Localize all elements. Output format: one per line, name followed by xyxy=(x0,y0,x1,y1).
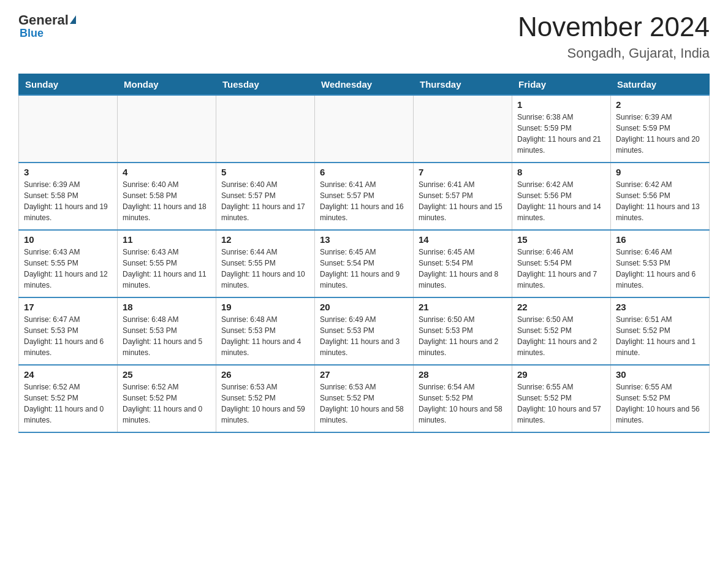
day-number: 1 xyxy=(517,99,605,110)
calendar-cell: 20Sunrise: 6:49 AM Sunset: 5:53 PM Dayli… xyxy=(315,297,414,365)
day-info: Sunrise: 6:39 AM Sunset: 5:58 PM Dayligh… xyxy=(24,179,112,223)
day-info: Sunrise: 6:50 AM Sunset: 5:52 PM Dayligh… xyxy=(517,314,605,358)
calendar-cell xyxy=(216,95,315,163)
calendar-cell: 2Sunrise: 6:39 AM Sunset: 5:59 PM Daylig… xyxy=(611,95,710,163)
calendar-cell xyxy=(118,95,216,163)
day-number: 14 xyxy=(419,234,507,245)
day-info: Sunrise: 6:40 AM Sunset: 5:57 PM Dayligh… xyxy=(221,179,309,223)
calendar-table: Sunday Monday Tuesday Wednesday Thursday… xyxy=(18,74,710,433)
day-info: Sunrise: 6:41 AM Sunset: 5:57 PM Dayligh… xyxy=(320,179,408,223)
day-number: 27 xyxy=(320,369,408,380)
day-number: 18 xyxy=(123,302,211,312)
logo: General Blue xyxy=(18,12,76,40)
day-info: Sunrise: 6:48 AM Sunset: 5:53 PM Dayligh… xyxy=(221,314,309,358)
day-number: 4 xyxy=(123,167,211,177)
day-info: Sunrise: 6:38 AM Sunset: 5:59 PM Dayligh… xyxy=(517,112,605,156)
day-info: Sunrise: 6:46 AM Sunset: 5:53 PM Dayligh… xyxy=(616,247,704,291)
day-number: 15 xyxy=(517,234,605,245)
weekday-header-row: Sunday Monday Tuesday Wednesday Thursday… xyxy=(19,74,710,96)
calendar-cell: 10Sunrise: 6:43 AM Sunset: 5:55 PM Dayli… xyxy=(19,230,118,297)
calendar-cell: 26Sunrise: 6:53 AM Sunset: 5:52 PM Dayli… xyxy=(216,365,315,432)
calendar-cell xyxy=(414,95,512,163)
calendar-week-row-3: 10Sunrise: 6:43 AM Sunset: 5:55 PM Dayli… xyxy=(19,230,710,297)
day-number: 30 xyxy=(616,369,704,380)
calendar-cell: 12Sunrise: 6:44 AM Sunset: 5:55 PM Dayli… xyxy=(216,230,315,297)
day-info: Sunrise: 6:53 AM Sunset: 5:52 PM Dayligh… xyxy=(221,381,309,426)
day-number: 2 xyxy=(616,99,704,110)
calendar-cell xyxy=(315,95,414,163)
day-number: 23 xyxy=(616,302,704,312)
calendar-subtitle: Songadh, Gujarat, India xyxy=(518,45,710,61)
calendar-cell: 6Sunrise: 6:41 AM Sunset: 5:57 PM Daylig… xyxy=(315,163,414,230)
day-info: Sunrise: 6:43 AM Sunset: 5:55 PM Dayligh… xyxy=(24,247,112,291)
calendar-title: November 2024 xyxy=(518,12,710,42)
day-info: Sunrise: 6:39 AM Sunset: 5:59 PM Dayligh… xyxy=(616,112,704,156)
calendar-week-row-4: 17Sunrise: 6:47 AM Sunset: 5:53 PM Dayli… xyxy=(19,297,710,365)
calendar-cell: 18Sunrise: 6:48 AM Sunset: 5:53 PM Dayli… xyxy=(118,297,216,365)
day-number: 9 xyxy=(616,167,704,177)
day-info: Sunrise: 6:45 AM Sunset: 5:54 PM Dayligh… xyxy=(320,247,408,291)
calendar-cell: 21Sunrise: 6:50 AM Sunset: 5:53 PM Dayli… xyxy=(414,297,512,365)
day-number: 16 xyxy=(616,234,704,245)
day-number: 5 xyxy=(221,167,309,177)
day-info: Sunrise: 6:41 AM Sunset: 5:57 PM Dayligh… xyxy=(419,179,507,223)
header-wednesday: Wednesday xyxy=(315,74,414,96)
day-number: 6 xyxy=(320,167,408,177)
header-thursday: Thursday xyxy=(414,74,512,96)
day-number: 19 xyxy=(221,302,309,312)
calendar-cell xyxy=(19,95,118,163)
day-info: Sunrise: 6:52 AM Sunset: 5:52 PM Dayligh… xyxy=(24,381,112,426)
calendar-cell: 30Sunrise: 6:55 AM Sunset: 5:52 PM Dayli… xyxy=(611,365,710,432)
page-header: General Blue November 2024 Songadh, Guja… xyxy=(18,12,710,61)
calendar-cell: 11Sunrise: 6:43 AM Sunset: 5:55 PM Dayli… xyxy=(118,230,216,297)
header-friday: Friday xyxy=(512,74,611,96)
day-info: Sunrise: 6:49 AM Sunset: 5:53 PM Dayligh… xyxy=(320,314,408,358)
day-info: Sunrise: 6:47 AM Sunset: 5:53 PM Dayligh… xyxy=(24,314,112,358)
day-number: 10 xyxy=(24,234,112,245)
day-number: 22 xyxy=(517,302,605,312)
day-info: Sunrise: 6:45 AM Sunset: 5:54 PM Dayligh… xyxy=(419,247,507,291)
day-info: Sunrise: 6:50 AM Sunset: 5:53 PM Dayligh… xyxy=(419,314,507,358)
logo-general-text: General xyxy=(18,12,69,28)
day-number: 12 xyxy=(221,234,309,245)
title-area: November 2024 Songadh, Gujarat, India xyxy=(518,12,710,61)
day-number: 13 xyxy=(320,234,408,245)
day-number: 21 xyxy=(419,302,507,312)
day-info: Sunrise: 6:52 AM Sunset: 5:52 PM Dayligh… xyxy=(123,381,211,426)
day-number: 28 xyxy=(419,369,507,380)
day-info: Sunrise: 6:46 AM Sunset: 5:54 PM Dayligh… xyxy=(517,247,605,291)
day-info: Sunrise: 6:43 AM Sunset: 5:55 PM Dayligh… xyxy=(123,247,211,291)
header-saturday: Saturday xyxy=(611,74,710,96)
day-number: 7 xyxy=(419,167,507,177)
header-sunday: Sunday xyxy=(19,74,118,96)
calendar-week-row-5: 24Sunrise: 6:52 AM Sunset: 5:52 PM Dayli… xyxy=(19,365,710,432)
day-info: Sunrise: 6:48 AM Sunset: 5:53 PM Dayligh… xyxy=(123,314,211,358)
calendar-cell: 25Sunrise: 6:52 AM Sunset: 5:52 PM Dayli… xyxy=(118,365,216,432)
calendar-cell: 3Sunrise: 6:39 AM Sunset: 5:58 PM Daylig… xyxy=(19,163,118,230)
day-number: 26 xyxy=(221,369,309,380)
day-number: 25 xyxy=(123,369,211,380)
calendar-week-row-2: 3Sunrise: 6:39 AM Sunset: 5:58 PM Daylig… xyxy=(19,163,710,230)
day-number: 29 xyxy=(517,369,605,380)
day-info: Sunrise: 6:42 AM Sunset: 5:56 PM Dayligh… xyxy=(616,179,704,223)
header-monday: Monday xyxy=(118,74,216,96)
calendar-cell: 27Sunrise: 6:53 AM Sunset: 5:52 PM Dayli… xyxy=(315,365,414,432)
calendar-cell: 16Sunrise: 6:46 AM Sunset: 5:53 PM Dayli… xyxy=(611,230,710,297)
calendar-cell: 1Sunrise: 6:38 AM Sunset: 5:59 PM Daylig… xyxy=(512,95,611,163)
day-info: Sunrise: 6:54 AM Sunset: 5:52 PM Dayligh… xyxy=(419,381,507,426)
calendar-cell: 4Sunrise: 6:40 AM Sunset: 5:58 PM Daylig… xyxy=(118,163,216,230)
day-number: 24 xyxy=(24,369,112,380)
day-info: Sunrise: 6:42 AM Sunset: 5:56 PM Dayligh… xyxy=(517,179,605,223)
calendar-cell: 17Sunrise: 6:47 AM Sunset: 5:53 PM Dayli… xyxy=(19,297,118,365)
calendar-cell: 7Sunrise: 6:41 AM Sunset: 5:57 PM Daylig… xyxy=(414,163,512,230)
calendar-cell: 19Sunrise: 6:48 AM Sunset: 5:53 PM Dayli… xyxy=(216,297,315,365)
day-info: Sunrise: 6:53 AM Sunset: 5:52 PM Dayligh… xyxy=(320,381,408,426)
calendar-cell: 5Sunrise: 6:40 AM Sunset: 5:57 PM Daylig… xyxy=(216,163,315,230)
calendar-cell: 8Sunrise: 6:42 AM Sunset: 5:56 PM Daylig… xyxy=(512,163,611,230)
day-number: 17 xyxy=(24,302,112,312)
logo-blue-text: Blue xyxy=(20,27,44,40)
day-number: 20 xyxy=(320,302,408,312)
calendar-cell: 29Sunrise: 6:55 AM Sunset: 5:52 PM Dayli… xyxy=(512,365,611,432)
calendar-cell: 22Sunrise: 6:50 AM Sunset: 5:52 PM Dayli… xyxy=(512,297,611,365)
day-info: Sunrise: 6:40 AM Sunset: 5:58 PM Dayligh… xyxy=(123,179,211,223)
